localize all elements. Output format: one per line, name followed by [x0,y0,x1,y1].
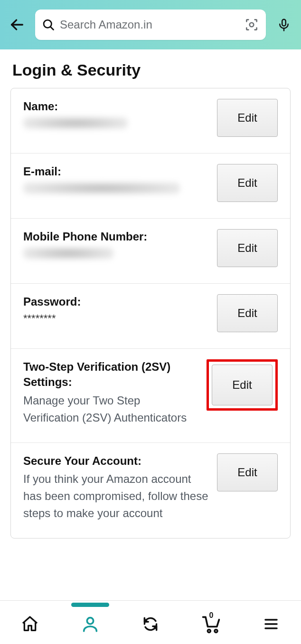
hamburger-icon [263,615,280,633]
row-two-step-verification: Two-Step Verification (2SV) Settings: Ma… [11,349,290,443]
content-area: Login & Security Name: Edit E-mail: Edit… [0,49,301,600]
home-icon [20,615,39,634]
svg-point-8 [215,629,217,632]
nav-account[interactable] [78,612,102,636]
camera-lens-icon[interactable] [244,17,259,32]
nav-menu[interactable] [259,612,283,636]
nav-cart[interactable]: 0 [199,612,223,636]
bottom-nav: 0 [0,600,301,644]
nav-refresh[interactable] [139,612,162,636]
row-name: Name: Edit [11,88,290,154]
mobile-value-redacted [23,247,113,260]
search-icon [42,18,55,31]
active-tab-indicator [71,603,109,607]
edit-mobile-button[interactable]: Edit [217,229,278,267]
edit-twosv-button[interactable]: Edit [212,365,273,405]
secure-description: If you think your Amazon account has bee… [23,471,209,522]
microphone-icon [277,18,291,32]
cart-count: 0 [209,611,213,620]
email-value-redacted [23,182,180,194]
svg-point-6 [87,617,94,624]
svg-line-2 [50,27,53,29]
voice-search-button[interactable] [274,15,293,34]
row-secure-account: Secure Your Account: If you think your A… [11,443,290,538]
back-button[interactable] [8,15,27,34]
svg-point-3 [250,23,254,27]
edit-name-button[interactable]: Edit [217,99,278,137]
page-title: Login & Security [0,49,301,88]
edit-password-button[interactable]: Edit [217,294,278,332]
password-label: Password: [23,294,209,309]
search-input[interactable] [60,18,240,31]
password-value: ******** [23,311,209,326]
user-icon [81,615,100,634]
refresh-icon [141,615,160,633]
svg-point-7 [207,629,210,632]
secure-label: Secure Your Account: [23,453,209,469]
email-label: E-mail: [23,164,209,179]
edit-secure-button[interactable]: Edit [217,453,278,491]
nav-home[interactable] [18,612,42,636]
back-arrow-icon [9,17,25,33]
svg-rect-4 [282,19,286,26]
top-bar [0,0,301,49]
edit-email-button[interactable]: Edit [217,164,278,202]
highlight-annotation: Edit [207,359,278,411]
search-bar[interactable] [35,10,266,40]
row-email: E-mail: Edit [11,154,290,219]
row-mobile: Mobile Phone Number: Edit [11,219,290,284]
name-label: Name: [23,99,209,114]
row-password: Password: ******** Edit [11,284,290,349]
twosv-label: Two-Step Verification (2SV) Settings: [23,359,199,390]
name-value-redacted [23,117,128,129]
twosv-description: Manage your Two Step Verification (2SV) … [23,392,199,426]
settings-card: Name: Edit E-mail: Edit Mobile Phone Num… [10,88,291,538]
mobile-label: Mobile Phone Number: [23,229,209,244]
